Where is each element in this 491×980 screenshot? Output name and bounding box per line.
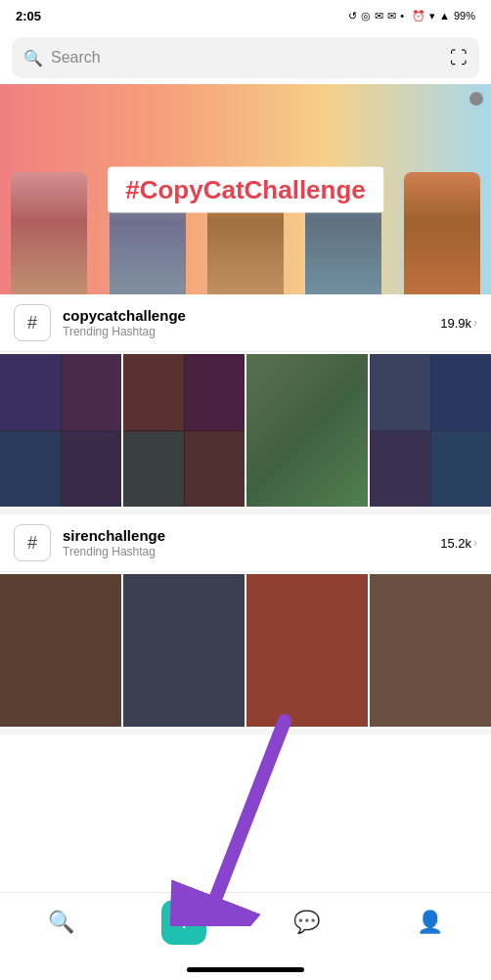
hashtag-sub-2: Trending Hashtag [63,545,428,558]
dot-icon: • [400,10,404,22]
status-bar: 2:05 ↺ ◎ ✉ ✉ • ⏰ ▾ ▲ 99% [0,0,491,31]
alarm-icon: ⏰ [412,10,425,22]
mail2-icon: ✉ [387,10,396,22]
refresh-icon: ↺ [348,10,357,22]
grid-cell-1-1[interactable] [0,354,121,507]
section-divider-2 [0,729,491,735]
search-placeholder: Search [51,49,442,67]
add-icon: + [177,907,192,937]
nav-message-button[interactable]: 💬 [283,898,332,947]
image-grid-2 [0,572,491,729]
profile-nav-icon: 👤 [417,910,443,935]
hashtag-info-2: sirenchallenge Trending Hashtag [63,527,428,558]
expand-icon[interactable]: ⛶ [450,48,468,68]
search-nav-icon: 🔍 [48,910,74,935]
challenge-banner: #CopyCatChallenge [0,84,491,294]
nav-add-button[interactable]: + [159,898,208,947]
grid-cell-1-2[interactable] [123,354,245,507]
grid-cell-2-3[interactable] [246,574,368,727]
banner-person-5 [393,162,491,294]
hashtag-count-value-2: 15.2k [440,536,471,551]
battery-level: 99% [454,10,475,22]
image-grid-1 [0,352,491,509]
hashtag-name-2: sirenchallenge [63,527,428,544]
banner-person-1 [0,162,98,294]
hashtag-info-1: copycatchallenge Trending Hashtag [63,307,428,338]
hashtag-name-1: copycatchallenge [63,307,428,324]
grid-cell-2-2[interactable] [123,574,245,727]
hashtag-count-2: 15.2k › [440,536,477,551]
wifi-icon: ▾ [429,10,435,22]
mail-icon: ✉ [375,10,383,22]
hashtag-icon-2: # [14,524,51,561]
nav-profile-button[interactable]: 👤 [405,898,454,947]
signal-icon: ▲ [439,10,450,22]
status-time: 2:05 [16,9,41,23]
hashtag-row-2[interactable]: # sirenchallenge Trending Hashtag 15.2k … [0,514,491,572]
message-nav-icon: 💬 [293,910,320,935]
grid-cell-2-4[interactable] [370,574,491,727]
grid-cell-2-1[interactable] [0,574,121,727]
nav-search-button[interactable]: 🔍 [37,898,86,947]
hashtag-count-1: 19.9k › [440,316,477,331]
search-icon: 🔍 [23,49,43,67]
hashtag-count-value-1: 19.9k [440,316,471,331]
hashtag-row-1[interactable]: # copycatchallenge Trending Hashtag 19.9… [0,294,491,352]
search-bar[interactable]: 🔍 Search ⛶ [12,37,479,78]
add-button[interactable]: + [161,900,206,945]
grid-cell-1-4[interactable] [370,354,491,507]
svg-line-1 [216,721,285,897]
chevron-icon-2: › [473,536,477,550]
chevron-icon-1: › [473,316,477,330]
hashtag-sub-1: Trending Hashtag [63,325,428,338]
challenge-title[interactable]: #CopyCatChallenge [108,166,383,212]
banner-dot [469,92,483,106]
instagram-icon: ◎ [361,10,371,22]
hashtag-icon-1: # [14,304,51,341]
bottom-nav: 🔍 + 💬 👤 [0,892,491,951]
grid-cell-1-3[interactable] [246,354,368,507]
search-container: 🔍 Search ⛶ [0,31,491,84]
home-indicator [187,967,304,972]
status-icons: ↺ ◎ ✉ ✉ • ⏰ ▾ ▲ 99% [348,10,475,22]
